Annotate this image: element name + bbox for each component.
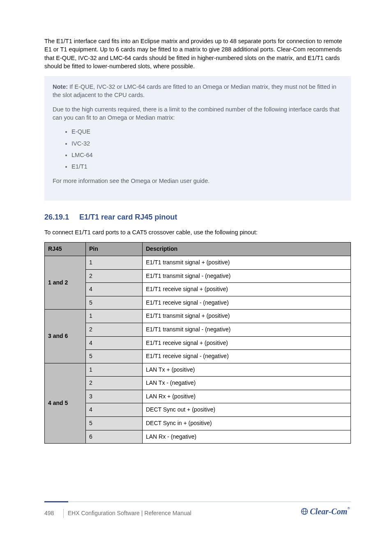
note-list-item: E1/T1 — [71, 162, 343, 171]
footer-rule — [44, 501, 351, 502]
pin-cell: 1 — [86, 256, 143, 269]
rj45-group-label: 4 and 5 — [45, 363, 86, 444]
pin-cell: 2 — [86, 377, 143, 390]
pin-cell: 1 — [86, 363, 143, 377]
desc-cell: LAN Rx - (negative) — [143, 430, 351, 444]
note-list-item: E-QUE — [71, 127, 343, 136]
desc-cell: DECT Sync out + (positive) — [143, 403, 351, 417]
pin-cell: 6 — [86, 430, 143, 444]
rj45-group-label: 1 and 2 — [45, 256, 86, 309]
subsection-heading: 26.19.1 E1/T1 rear card RJ45 pinout — [44, 212, 351, 222]
pin-cell: 2 — [86, 323, 143, 336]
pin-cell: 5 — [86, 350, 143, 363]
brand-text: Clear-Com — [310, 507, 347, 516]
subsection-lead: To connect E1/T1 card ports to a CAT5 cr… — [44, 228, 351, 236]
pin-cell: 4 — [86, 403, 143, 417]
desc-cell: E1/T1 transmit signal + (positive) — [143, 310, 351, 323]
intro-paragraph: The E1/T1 interface card fits into an Ec… — [44, 37, 351, 70]
desc-cell: LAN Tx - (negative) — [143, 377, 351, 390]
col-header-rj45: RJ45 — [45, 243, 86, 256]
desc-cell: E1/T1 receive signal - (negative) — [143, 350, 351, 363]
desc-cell: LAN Tx + (positive) — [143, 363, 351, 377]
desc-cell: LAN Rx + (positive) — [143, 390, 351, 403]
desc-cell: DECT Sync in + (positive) — [143, 417, 351, 430]
pin-cell: 4 — [86, 336, 143, 350]
subsection-number: 26.19.1 — [44, 213, 69, 221]
pin-cell: 1 — [86, 310, 143, 323]
col-header-pin: Pin — [86, 243, 143, 256]
note-p1: If E-QUE, IVC-32 or LMC-64 cards are fit… — [53, 83, 337, 98]
note-list-item: IVC-32 — [71, 139, 343, 148]
brand-logo: Clear-Com® — [301, 506, 350, 518]
desc-cell: E1/T1 receive signal + (positive) — [143, 336, 351, 350]
desc-cell: E1/T1 transmit signal + (positive) — [143, 256, 351, 269]
col-header-desc: Description — [143, 243, 351, 256]
desc-cell: E1/T1 transmit signal - (negative) — [143, 269, 351, 283]
pin-cell: 5 — [86, 296, 143, 310]
subsection-title: E1/T1 rear card RJ45 pinout — [79, 213, 177, 221]
note-p2: Due to the high currents required, there… — [53, 105, 343, 122]
page-number: 498 — [44, 509, 62, 518]
desc-cell: E1/T1 receive signal - (negative) — [143, 296, 351, 310]
pin-cell: 5 — [86, 417, 143, 430]
globe-icon — [301, 506, 308, 518]
note-p3: For more information see the Omega or Me… — [53, 177, 343, 185]
doc-title: EHX Configuration Software | Reference M… — [68, 510, 191, 516]
note-box: Note: If E-QUE, IVC-32 or LMC-64 cards a… — [44, 76, 351, 201]
desc-cell: E1/T1 receive signal + (positive) — [143, 283, 351, 296]
desc-cell: E1/T1 transmit signal - (negative) — [143, 323, 351, 336]
note-list: E-QUE IVC-32 LMC-64 E1/T1 — [53, 127, 343, 171]
rj45-group-label: 3 and 6 — [45, 310, 86, 363]
pin-cell: 3 — [86, 390, 143, 403]
pin-cell: 2 — [86, 269, 143, 283]
note-list-item: LMC-64 — [71, 151, 343, 159]
pin-cell: 4 — [86, 283, 143, 296]
pinout-table: RJ45 Pin Description 1 and 2 1 E1/T1 tra… — [44, 242, 351, 444]
